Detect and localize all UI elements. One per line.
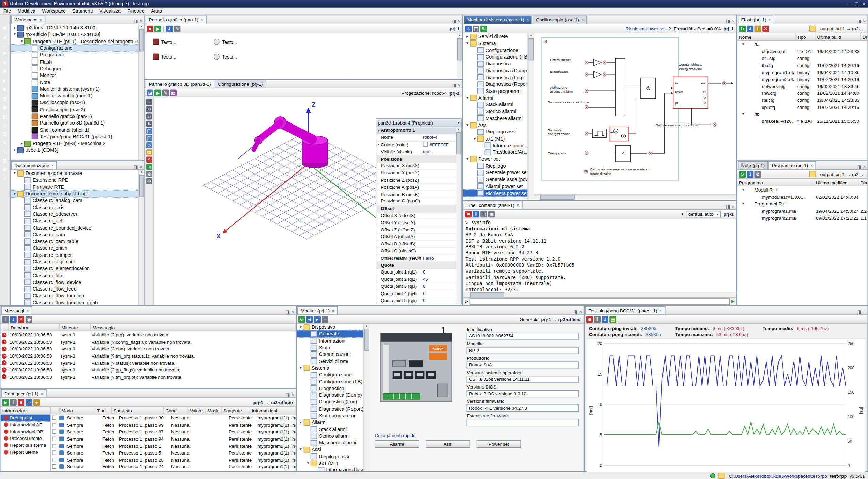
form-value[interactable]: AS1018.002-A062754 [466,333,579,340]
tree-item[interactable]: Estensione RPE [11,177,138,183]
scrollbar[interactable]: ▲ [456,127,461,304]
refresh-icon[interactable]: ↻ [480,25,487,32]
tree-item[interactable]: ▾ ax1 (M1) [463,135,528,142]
tree-item[interactable]: Monitor variabili (mon-1) [11,93,138,99]
edit-icon[interactable]: ✎ [174,25,181,32]
float-panel-icon[interactable]: ◨ [857,309,862,314]
toolbar-icon[interactable]: ■ [1,86,8,93]
flash-row[interactable]: rte.cfg config 19/04/2021 14:23:33 [737,97,867,103]
maximize-icon[interactable]: ▢ [855,1,859,6]
close-panel-icon[interactable]: × [140,164,143,169]
debugger-category[interactable]: Processi utente [1,435,50,442]
breakpoint-row[interactable]: Sempre Fetch Processo 1, passo 5 Nessuna… [51,449,296,456]
download-icon[interactable]: ⇓ [747,25,754,32]
property-row[interactable]: Quota joint 2 (qj2) 45 [376,276,456,283]
property-row[interactable]: Offset Z (offsetZ) [376,227,456,234]
tree-item[interactable]: Pannello grafico 3D (pan3d-1) [11,120,138,127]
breakpoint-row[interactable]: Sempre Fetch Processo 1, passo 30 Nessun… [51,415,296,422]
tree-item[interactable]: Classe rc_elementlocation [11,265,138,272]
tab-close-icon[interactable]: × [40,17,42,22]
tree-item[interactable]: Riepilogo [463,163,528,169]
tab-pan3d[interactable]: Pannello grafico 3D (pan3d-1) [146,80,214,88]
tree-item[interactable]: ▾ Assi [297,446,363,453]
toolbar-icon[interactable]: ▤ [1,130,8,137]
form-value[interactable]: Robox SpA [466,361,579,368]
tree-item[interactable]: ▾ ax1 (M1) [297,460,363,467]
tree-item[interactable]: Classe rc_axis [11,204,138,211]
toolbar-icon[interactable]: ◫ [1,148,8,155]
flash-row[interactable]: ▾/fa [737,41,867,48]
toolbar-icon[interactable]: ◉ [1,103,8,111]
menu-item[interactable]: Workspace [39,8,69,14]
scrollbar[interactable]: ▲ [528,33,534,200]
debugger-category[interactable]: Report utente [1,449,50,456]
form-value[interactable] [466,419,579,426]
close-panel-icon[interactable]: × [579,309,582,314]
save-icon[interactable]: ⇓ [166,25,173,32]
refresh-icon[interactable]: ↻ [739,171,746,178]
tree-item[interactable]: Classe rc_chain [11,245,138,252]
run-icon[interactable]: ▶ [154,89,161,96]
enabled-checkbox[interactable] [52,416,56,420]
tree-item[interactable]: Diagnostica (Report) [297,406,363,412]
toolbar-icon[interactable]: ▥ [1,156,8,164]
tree-item[interactable]: Programmi [11,52,138,59]
pan-tool-icon[interactable]: ⇄ [146,114,152,120]
float-panel-icon[interactable]: ◨ [726,204,730,209]
clear-icon[interactable]: ■ [465,211,472,217]
tree-item[interactable]: Diagnostica (Dump) [297,392,363,399]
property-row[interactable]: Posizione [376,155,456,163]
search-icon[interactable]: ◉ [26,316,32,323]
float-panel-icon[interactable]: ◨ [573,309,577,314]
zoom-tool-icon[interactable]: ⇅ [146,121,152,127]
minimize-icon[interactable]: — [847,1,851,6]
tree-item[interactable]: Classe rc_analog_cam [11,197,138,204]
tab-programmi[interactable]: Programmi (prj-1)× [769,161,816,169]
scrollbar[interactable]: ▲ [364,324,369,471]
program-row[interactable]: ▾Programmi R++ [737,200,867,207]
tree-item[interactable]: Configurazione [297,371,363,378]
tree-item[interactable]: ▾ Assi [463,122,528,129]
tab-close-icon[interactable]: × [659,308,662,313]
message-row[interactable]: 10/03/2022 10:36:58 sysm-1 Variabile (?.… [1,359,296,366]
tree-item[interactable]: Stack allarmi [463,101,528,108]
shell-input[interactable] [470,298,730,305]
property-row[interactable]: Posizione Y (posY) [376,170,456,177]
tree-item[interactable]: Configurazione (FB) [463,54,528,61]
tree-item[interactable]: Diagnostica [297,385,363,392]
menu-item[interactable]: Visualizza [96,8,124,14]
breakpoint-row[interactable]: Sempre Fetch Processo 1, passo 24 Nessun… [51,463,296,470]
tree-item[interactable]: Test ping/pong BCC/31 (pptest-1) [11,133,138,140]
tree-item[interactable]: Maschere allarmi [297,440,363,446]
message-row[interactable]: 10/03/2022 10:36:58 sysm-1 Variabile (?.… [1,373,296,380]
tree-item[interactable]: Riepilogo assi [463,129,528,135]
menu-item[interactable]: Strumenti [69,8,96,14]
send-icon[interactable]: ▶ [731,299,735,304]
tree-item[interactable]: Riepilogo assi [297,453,363,460]
debugger-category[interactable]: Report di sistema [1,442,50,449]
tree-item[interactable]: Diagnostica (Log) [297,399,363,406]
tree-item[interactable]: Maschere allarmi [463,115,528,122]
tree-item[interactable]: ▾ Documentazione object block [11,190,138,197]
tree-item[interactable]: ▾ Documentazione firmware [11,170,138,177]
save-icon[interactable]: ⇓ [602,316,608,323]
tree-item[interactable]: ▸ rp2-loris [TCP/IP 10.0.45.3:8100] [11,24,138,31]
tree-item[interactable]: Classe rc_bdeserver [11,211,138,217]
upload-icon[interactable]: ⇑ [754,25,761,32]
tab-close-icon[interactable]: × [581,17,584,22]
stop-icon[interactable]: ■ [147,25,153,32]
property-row[interactable]: ▸ Colore (color) #FFFFFF [376,142,456,149]
pause-icon[interactable]: ‖ [10,399,17,406]
scrollbar[interactable]: ▲ [457,33,462,79]
tree-item[interactable]: ▾ Sistema [463,40,528,47]
refresh-icon[interactable]: ↻ [298,316,305,323]
download-icon[interactable]: ⇓ [747,171,754,178]
message-row[interactable]: 10/03/2022 10:36:58 sysm-1 Variabile (?.… [1,338,296,345]
form-value[interactable]: Robox RTE versione 34.27.3 [466,404,579,412]
tree-item[interactable]: Stack allarmi [297,426,363,433]
toolbar-icon[interactable]: ⚙ [1,68,8,75]
tree-item[interactable]: ▾ Allarmi [463,95,528,101]
property-row[interactable]: Posizione Z (posZ) [376,177,456,184]
close-panel-icon[interactable]: × [732,19,735,24]
tree-item[interactable]: Configurazione (FB) [297,378,363,385]
